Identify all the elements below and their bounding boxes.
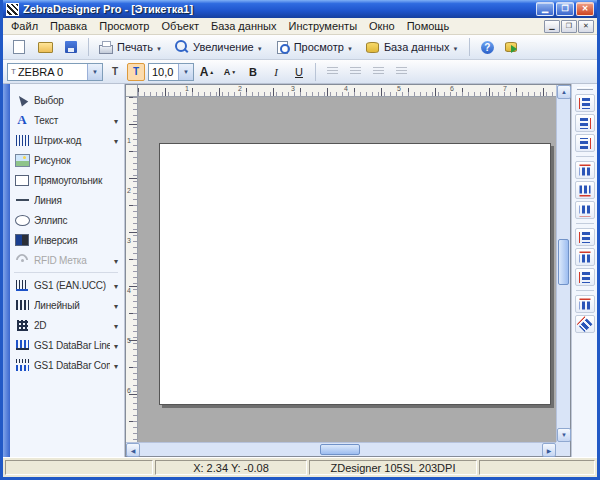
label-canvas[interactable] bbox=[159, 143, 551, 405]
menu-item-object[interactable]: Объект bbox=[155, 19, 204, 33]
maximize-button[interactable]: ❐ bbox=[556, 2, 574, 16]
same-size-button[interactable] bbox=[575, 315, 595, 333]
toolbox-item-rfid-tag: RFID Метка bbox=[14, 250, 122, 270]
scroll-left-button[interactable]: ◀ bbox=[126, 443, 140, 457]
ruler-number: 7 bbox=[503, 85, 507, 92]
menu-item-file[interactable]: Файл bbox=[5, 19, 44, 33]
print-button[interactable]: Печать bbox=[94, 36, 168, 58]
menu-item-edit[interactable]: Правка bbox=[44, 19, 93, 33]
design-surface[interactable] bbox=[138, 97, 556, 442]
align-middle-vertical-button[interactable] bbox=[575, 181, 595, 199]
chevron-down-icon[interactable] bbox=[178, 64, 193, 80]
databar-composite-icon bbox=[14, 357, 30, 373]
align-top-button[interactable] bbox=[575, 161, 595, 179]
bold-button[interactable]: B bbox=[243, 63, 263, 81]
toolbox-item-2d[interactable]: 2D bbox=[14, 315, 122, 335]
toolbox-item-inverse[interactable]: Инверсия bbox=[14, 230, 122, 250]
toolbox-item-gs1[interactable]: GS1 (EAN.UCC) bbox=[14, 275, 122, 295]
horizontal-scroll-track[interactable] bbox=[140, 443, 542, 456]
horizontal-scroll-thumb[interactable] bbox=[320, 444, 360, 455]
scroll-right-button[interactable]: ▶ bbox=[542, 443, 556, 457]
save-button[interactable] bbox=[59, 36, 83, 58]
ruler-number: 4 bbox=[127, 287, 131, 294]
toolbox-item-label: Выбор bbox=[34, 95, 122, 106]
same-width-button[interactable] bbox=[575, 268, 595, 286]
linear-barcode-icon bbox=[14, 297, 30, 313]
main-toolbar: ПечатьУвеличениеПросмотрБаза данных bbox=[3, 35, 597, 60]
vertical-scrollbar[interactable]: ▲ ▼ bbox=[556, 85, 570, 442]
toolbox-item-select[interactable]: Выбор bbox=[14, 90, 122, 110]
horizontal-scrollbar[interactable]: ◀ ▶ bbox=[126, 442, 556, 456]
scroll-down-button[interactable]: ▼ bbox=[557, 428, 571, 442]
toolbox-item-ellipse[interactable]: Эллипс bbox=[14, 210, 122, 230]
flyout-arrow-icon bbox=[114, 300, 122, 311]
open-button[interactable] bbox=[33, 36, 57, 58]
zoom-icon bbox=[174, 39, 190, 55]
menu-item-window[interactable]: Окно bbox=[363, 19, 401, 33]
menu-item-view[interactable]: Просмотр bbox=[93, 19, 155, 33]
align-text-center-button[interactable] bbox=[345, 63, 365, 81]
ruler-number: 4 bbox=[344, 85, 348, 92]
menu-item-database[interactable]: База данных bbox=[205, 19, 283, 33]
mdi-close-button[interactable]: ✕ bbox=[578, 20, 594, 33]
align-bottom-button[interactable] bbox=[575, 201, 595, 219]
close-button[interactable]: ✕ bbox=[576, 2, 594, 16]
preview-button[interactable]: Просмотр bbox=[271, 36, 359, 58]
toolbox-item-label: Текст bbox=[34, 115, 110, 126]
toolbox-item-picture[interactable]: Рисунок bbox=[14, 150, 122, 170]
align-text-justify-button[interactable] bbox=[391, 63, 411, 81]
align-text-right-button[interactable] bbox=[368, 63, 388, 81]
ruler-number: 5 bbox=[127, 337, 131, 344]
printer-fonts-toggle[interactable] bbox=[106, 63, 124, 81]
database-button[interactable]: База данных bbox=[361, 36, 465, 58]
design-toolbar-buttons bbox=[575, 94, 595, 333]
menu-item-tools[interactable]: Инструменты bbox=[282, 19, 363, 33]
toolbox-item-linear[interactable]: Линейный bbox=[14, 295, 122, 315]
flyout-arrow-icon bbox=[114, 115, 122, 126]
increase-font-button[interactable] bbox=[197, 63, 217, 81]
vertical-scroll-thumb[interactable] bbox=[558, 239, 569, 285]
ruler-number: 6 bbox=[450, 85, 454, 92]
restore-icon: ❐ bbox=[561, 4, 568, 13]
new-button[interactable] bbox=[7, 36, 31, 58]
minimize-button[interactable]: ▁ bbox=[536, 2, 554, 16]
toolbox-item-text[interactable]: Текст bbox=[14, 110, 122, 130]
font-size-combobox[interactable]: 10,0 bbox=[148, 63, 194, 81]
database-wizard-button[interactable] bbox=[501, 36, 525, 58]
toolbox-item-barcode[interactable]: Штрих-код bbox=[14, 130, 122, 150]
toolbox-item-rectangle[interactable]: Прямоугольник bbox=[14, 170, 122, 190]
toolbox-item-databar-composite[interactable]: GS1 DataBar Composite bbox=[14, 355, 122, 375]
align-center-horizontal-button[interactable] bbox=[575, 114, 595, 132]
chevron-down-icon[interactable] bbox=[87, 64, 102, 80]
underline-button[interactable]: U bbox=[289, 63, 309, 81]
toolbox-item-line[interactable]: Линия bbox=[14, 190, 122, 210]
left-ruler: 123456 bbox=[126, 97, 138, 442]
toolbar-grip[interactable] bbox=[577, 87, 593, 90]
restore-icon: ❐ bbox=[566, 22, 572, 30]
zoom-button[interactable]: Увеличение bbox=[170, 36, 269, 58]
font-family-combobox[interactable]: T ZEBRA 0 bbox=[7, 63, 103, 81]
mdi-minimize-button[interactable]: ▁ bbox=[544, 20, 560, 33]
scroll-up-button[interactable]: ▲ bbox=[557, 85, 571, 99]
align-text-left-button[interactable] bbox=[322, 63, 342, 81]
preview-icon bbox=[275, 39, 291, 55]
help-button[interactable] bbox=[475, 36, 499, 58]
toolbox-item-databar-linear[interactable]: GS1 DataBar Linear bbox=[14, 335, 122, 355]
align-right-button[interactable] bbox=[575, 134, 595, 152]
italic-button[interactable]: I bbox=[266, 63, 286, 81]
vertical-scroll-track[interactable] bbox=[557, 99, 570, 428]
flyout-arrow-icon bbox=[114, 340, 122, 351]
menu-item-help[interactable]: Помощь bbox=[401, 19, 456, 33]
inverse-icon bbox=[14, 232, 30, 248]
toolbox-item-label: Штрих-код bbox=[34, 135, 110, 146]
decrease-font-button[interactable] bbox=[220, 63, 240, 81]
truetype-fonts-toggle[interactable] bbox=[127, 63, 145, 81]
minimize-icon: ▁ bbox=[542, 4, 548, 13]
distribute-horizontal-button[interactable] bbox=[575, 228, 595, 246]
cursor-coordinates: X: 2.34 Y: -0.08 bbox=[155, 460, 307, 475]
distribute-vertical-button[interactable] bbox=[575, 248, 595, 266]
toolbox-item-label: Эллипс bbox=[34, 215, 122, 226]
same-height-button[interactable] bbox=[575, 295, 595, 313]
mdi-restore-button[interactable]: ❐ bbox=[561, 20, 577, 33]
align-left-button[interactable] bbox=[575, 94, 595, 112]
